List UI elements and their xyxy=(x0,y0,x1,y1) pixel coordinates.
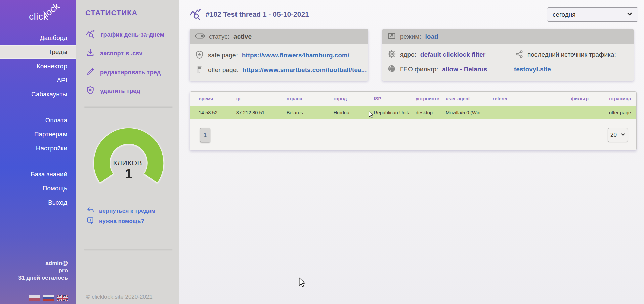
geo-filter-row: ГЕО фильтр: allow - Belarus xyxy=(387,64,487,75)
sidebar-item-connector[interactable]: Коннектор xyxy=(0,59,76,73)
user-days-left: 31 дней осталось xyxy=(18,274,68,282)
cell-isp: Republican Unita... xyxy=(365,110,409,115)
kernel-label: ядро: xyxy=(400,51,416,58)
sidebar-item-dashboard[interactable]: Дашборд xyxy=(0,31,76,45)
chart-day-by-day-link[interactable]: график день-за-днем xyxy=(86,30,164,40)
statistics-links: вернуться к тредам нужна помощь? xyxy=(87,206,155,226)
traffic-source-link[interactable]: testovyi.site xyxy=(514,66,551,73)
edit-thread-link[interactable]: редактировать тред xyxy=(86,67,164,77)
column-header-country: страна xyxy=(278,96,325,101)
safe-page-label: safe page: xyxy=(208,52,238,59)
clicks-gauge: КЛИКОВ: 1 xyxy=(85,127,172,185)
russian-flag-icon[interactable] xyxy=(43,295,54,301)
page-size-select[interactable]: 20 xyxy=(608,128,628,142)
offer-page-label: offer page: xyxy=(208,66,239,74)
back-to-threads-link[interactable]: вернуться к тредам xyxy=(87,206,155,216)
gauge-text: КЛИКОВ: 1 xyxy=(85,159,172,180)
column-header-referer: referer xyxy=(486,96,563,101)
user-email: admin@ xyxy=(18,260,68,267)
cell-page: offer page xyxy=(591,110,636,115)
sidebar-item-knowledge-base[interactable]: База знаний xyxy=(0,167,76,181)
status-value: active xyxy=(233,33,252,40)
chart-search-icon xyxy=(86,29,95,40)
cell-referer: - xyxy=(486,110,563,115)
sidebar-item-help[interactable]: Помощь xyxy=(0,181,76,196)
geo-filter-value: allow - Belarus xyxy=(442,66,487,73)
divider xyxy=(84,107,172,107)
sidebar-item-api[interactable]: API xyxy=(0,73,76,87)
sidebar: click lock Дашборд Треды Коннектор API С… xyxy=(0,0,76,304)
language-switcher xyxy=(29,295,68,301)
cell-city: Hrodna xyxy=(325,110,365,115)
cell-country: Belarus xyxy=(278,110,325,115)
pencil-icon xyxy=(86,67,95,77)
divider xyxy=(84,249,172,250)
status-card-body: safe page: https://www.flowers4hamburg.c… xyxy=(190,44,368,81)
globe-icon xyxy=(387,64,396,74)
shield-x-icon xyxy=(86,86,95,96)
main-content: #182 Test thread 1 - 05-10-2021 сегодня … xyxy=(179,0,644,304)
kernel-value: default clicklock filter xyxy=(420,51,485,58)
column-header-page: страница xyxy=(591,96,636,101)
traffic-source-label: последний источник трафика: xyxy=(527,51,616,58)
column-header-device: устройство xyxy=(409,96,439,101)
link-label: нужна помощь? xyxy=(99,218,144,225)
gauge-value: 1 xyxy=(85,167,172,180)
status-card-header: статус: active xyxy=(190,29,368,44)
mode-card-header: режим: load xyxy=(382,29,634,44)
chart-search-icon xyxy=(189,8,202,22)
toggle-on-icon[interactable] xyxy=(195,33,205,40)
statistics-actions: график день-за-днем экспорт в .csv xyxy=(86,30,164,105)
english-flag-icon[interactable] xyxy=(57,295,68,301)
export-csv-link[interactable]: экспорт в .csv xyxy=(86,48,164,58)
page-title: #182 Test thread 1 - 05-10-2021 xyxy=(206,10,309,18)
cell-device: desktop xyxy=(409,110,439,115)
mode-card: режим: load ядро: default clicklock filt… xyxy=(382,29,634,81)
offer-page-link[interactable]: https://www.smartbets.com/football/tea..… xyxy=(243,66,367,74)
sidebar-item-partners[interactable]: Партнерам xyxy=(0,127,76,141)
page-size-value: 20 xyxy=(610,132,617,138)
table-row[interactable]: 14:58:52 37.212.80.51 Belarus Hrodna Rep… xyxy=(190,106,636,119)
polish-flag-icon[interactable] xyxy=(29,295,40,301)
copyright: © clicklock.site 2020-2021 xyxy=(86,294,153,300)
need-help-link[interactable]: нужна помощь? xyxy=(87,216,155,226)
status-label: статус: xyxy=(209,33,229,40)
period-select[interactable]: сегодня xyxy=(547,7,638,22)
sidebar-item-settings[interactable]: Настройки xyxy=(0,141,76,156)
cell-time: 14:58:52 xyxy=(190,110,228,115)
safe-page-row: safe page: https://www.flowers4hamburg.c… xyxy=(195,50,349,61)
link-label: вернуться к тредам xyxy=(99,208,155,214)
column-header-user-agent: user-agent xyxy=(439,96,486,101)
gauge-label: КЛИКОВ: xyxy=(85,159,172,167)
statistics-panel: СТАТИСТИКА график день-за-днем xyxy=(76,0,179,304)
action-label: удалить тред xyxy=(100,88,140,95)
clicks-table: время ip страна город ISP устройство use… xyxy=(190,91,637,150)
safe-page-link[interactable]: https://www.flowers4hamburg.com/ xyxy=(242,52,349,59)
delete-thread-link[interactable]: удалить тред xyxy=(86,86,164,96)
pagination-page-button[interactable]: 1 xyxy=(200,128,210,142)
column-header-ip: ip xyxy=(228,96,278,101)
flag-icon xyxy=(195,65,204,75)
download-icon xyxy=(86,48,95,58)
column-header-filter: фильтр xyxy=(562,96,591,101)
sidebar-item-subaccounts[interactable]: Сабакаунты xyxy=(0,87,76,101)
mode-label: режим: xyxy=(400,33,421,40)
chevron-down-icon xyxy=(627,11,633,18)
share-icon xyxy=(515,50,523,60)
column-header-isp: ISP xyxy=(365,96,409,101)
mode-value: load xyxy=(425,33,438,40)
gear-icon xyxy=(387,50,396,60)
geo-filter-label: ГЕО фильтр: xyxy=(400,66,438,73)
help-icon xyxy=(87,217,94,226)
offer-page-row: offer page: https://www.smartbets.com/fo… xyxy=(195,64,367,75)
statistics-title: СТАТИСТИКА xyxy=(85,9,137,17)
cell-ip: 37.212.80.51 xyxy=(228,110,278,115)
period-select-value: сегодня xyxy=(553,11,576,18)
sidebar-item-threads[interactable]: Треды xyxy=(0,45,76,59)
box-arrow-icon xyxy=(387,32,396,42)
kernel-row: ядро: default clicklock filter xyxy=(387,49,485,60)
traffic-source-value-row: testovyi.site xyxy=(514,64,551,75)
sidebar-item-payment[interactable]: Оплата xyxy=(0,113,76,127)
sidebar-item-logout[interactable]: Выход xyxy=(0,196,76,210)
sidebar-menu: Дашборд Треды Коннектор API Сабакаунты О… xyxy=(0,31,76,210)
